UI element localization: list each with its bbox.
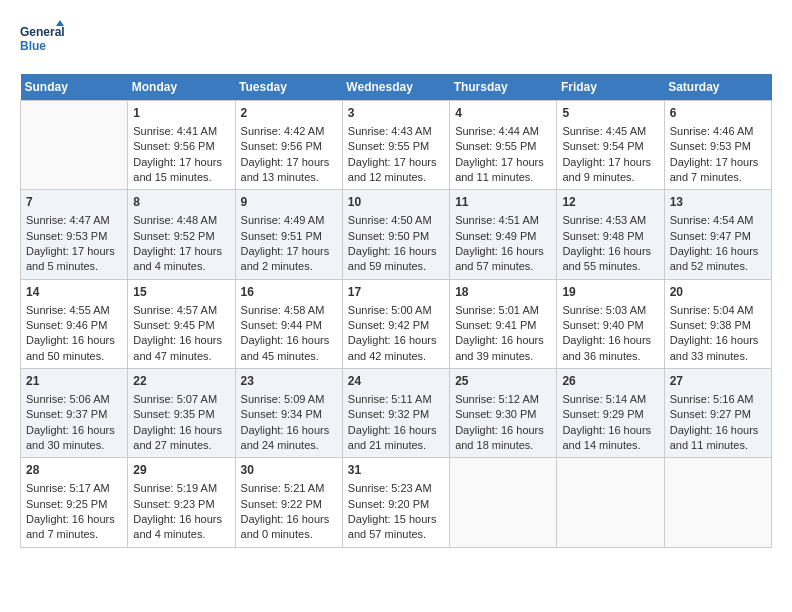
day-info: Daylight: 16 hours and 21 minutes. — [348, 423, 444, 454]
day-info: Daylight: 17 hours and 4 minutes. — [133, 244, 229, 275]
day-info: Sunrise: 5:23 AM — [348, 481, 444, 496]
calendar-cell: 28Sunrise: 5:17 AMSunset: 9:25 PMDayligh… — [21, 458, 128, 547]
day-header-monday: Monday — [128, 74, 235, 101]
calendar-cell: 30Sunrise: 5:21 AMSunset: 9:22 PMDayligh… — [235, 458, 342, 547]
day-info: Sunrise: 4:45 AM — [562, 124, 658, 139]
day-info: Daylight: 16 hours and 33 minutes. — [670, 333, 766, 364]
calendar-cell: 1Sunrise: 4:41 AMSunset: 9:56 PMDaylight… — [128, 101, 235, 190]
day-number: 4 — [455, 105, 551, 122]
day-number: 9 — [241, 194, 337, 211]
day-info: Sunrise: 5:19 AM — [133, 481, 229, 496]
day-info: Sunset: 9:25 PM — [26, 497, 122, 512]
day-number: 18 — [455, 284, 551, 301]
day-info: Daylight: 16 hours and 7 minutes. — [26, 512, 122, 543]
day-info: Sunrise: 5:09 AM — [241, 392, 337, 407]
day-info: Sunset: 9:27 PM — [670, 407, 766, 422]
calendar-cell: 9Sunrise: 4:49 AMSunset: 9:51 PMDaylight… — [235, 190, 342, 279]
day-info: Sunrise: 4:57 AM — [133, 303, 229, 318]
calendar-cell: 8Sunrise: 4:48 AMSunset: 9:52 PMDaylight… — [128, 190, 235, 279]
day-info: Daylight: 17 hours and 15 minutes. — [133, 155, 229, 186]
day-info: Sunrise: 4:58 AM — [241, 303, 337, 318]
day-info: Sunset: 9:56 PM — [241, 139, 337, 154]
day-info: Sunrise: 4:41 AM — [133, 124, 229, 139]
day-number: 27 — [670, 373, 766, 390]
calendar-cell — [21, 101, 128, 190]
calendar-cell — [450, 458, 557, 547]
day-info: Daylight: 17 hours and 11 minutes. — [455, 155, 551, 186]
day-number: 25 — [455, 373, 551, 390]
calendar-cell: 7Sunrise: 4:47 AMSunset: 9:53 PMDaylight… — [21, 190, 128, 279]
day-header-thursday: Thursday — [450, 74, 557, 101]
calendar-cell: 22Sunrise: 5:07 AMSunset: 9:35 PMDayligh… — [128, 369, 235, 458]
day-info: Sunset: 9:32 PM — [348, 407, 444, 422]
calendar-cell: 15Sunrise: 4:57 AMSunset: 9:45 PMDayligh… — [128, 279, 235, 368]
day-info: Sunrise: 5:01 AM — [455, 303, 551, 318]
day-number: 5 — [562, 105, 658, 122]
calendar-header-row: SundayMondayTuesdayWednesdayThursdayFrid… — [21, 74, 772, 101]
week-row-3: 14Sunrise: 4:55 AMSunset: 9:46 PMDayligh… — [21, 279, 772, 368]
day-number: 19 — [562, 284, 658, 301]
day-info: Daylight: 15 hours and 57 minutes. — [348, 512, 444, 543]
calendar-cell: 13Sunrise: 4:54 AMSunset: 9:47 PMDayligh… — [664, 190, 771, 279]
day-number: 16 — [241, 284, 337, 301]
day-info: Sunrise: 5:11 AM — [348, 392, 444, 407]
day-header-wednesday: Wednesday — [342, 74, 449, 101]
calendar: SundayMondayTuesdayWednesdayThursdayFrid… — [20, 74, 772, 548]
calendar-cell: 20Sunrise: 5:04 AMSunset: 9:38 PMDayligh… — [664, 279, 771, 368]
day-info: Daylight: 16 hours and 4 minutes. — [133, 512, 229, 543]
day-info: Sunrise: 5:00 AM — [348, 303, 444, 318]
day-info: Daylight: 16 hours and 45 minutes. — [241, 333, 337, 364]
day-info: Sunrise: 5:14 AM — [562, 392, 658, 407]
calendar-cell: 23Sunrise: 5:09 AMSunset: 9:34 PMDayligh… — [235, 369, 342, 458]
day-info: Sunset: 9:53 PM — [670, 139, 766, 154]
day-info: Sunset: 9:48 PM — [562, 229, 658, 244]
day-info: Daylight: 16 hours and 36 minutes. — [562, 333, 658, 364]
day-number: 15 — [133, 284, 229, 301]
day-info: Daylight: 16 hours and 57 minutes. — [455, 244, 551, 275]
day-info: Daylight: 17 hours and 12 minutes. — [348, 155, 444, 186]
day-info: Sunrise: 4:53 AM — [562, 213, 658, 228]
day-info: Sunset: 9:42 PM — [348, 318, 444, 333]
day-number: 17 — [348, 284, 444, 301]
day-info: Daylight: 16 hours and 27 minutes. — [133, 423, 229, 454]
week-row-4: 21Sunrise: 5:06 AMSunset: 9:37 PMDayligh… — [21, 369, 772, 458]
day-info: Sunset: 9:30 PM — [455, 407, 551, 422]
day-number: 22 — [133, 373, 229, 390]
day-info: Sunset: 9:38 PM — [670, 318, 766, 333]
day-number: 28 — [26, 462, 122, 479]
day-info: Sunrise: 4:43 AM — [348, 124, 444, 139]
day-info: Sunset: 9:52 PM — [133, 229, 229, 244]
calendar-cell: 10Sunrise: 4:50 AMSunset: 9:50 PMDayligh… — [342, 190, 449, 279]
day-info: Sunrise: 5:12 AM — [455, 392, 551, 407]
day-info: Daylight: 16 hours and 42 minutes. — [348, 333, 444, 364]
day-header-sunday: Sunday — [21, 74, 128, 101]
day-number: 26 — [562, 373, 658, 390]
day-number: 30 — [241, 462, 337, 479]
calendar-cell: 27Sunrise: 5:16 AMSunset: 9:27 PMDayligh… — [664, 369, 771, 458]
calendar-cell: 25Sunrise: 5:12 AMSunset: 9:30 PMDayligh… — [450, 369, 557, 458]
day-info: Sunrise: 4:51 AM — [455, 213, 551, 228]
day-number: 13 — [670, 194, 766, 211]
day-info: Sunrise: 4:50 AM — [348, 213, 444, 228]
day-info: Daylight: 16 hours and 0 minutes. — [241, 512, 337, 543]
day-info: Sunrise: 4:55 AM — [26, 303, 122, 318]
day-info: Sunset: 9:50 PM — [348, 229, 444, 244]
calendar-cell: 4Sunrise: 4:44 AMSunset: 9:55 PMDaylight… — [450, 101, 557, 190]
day-number: 3 — [348, 105, 444, 122]
header: General Blue — [20, 20, 772, 64]
calendar-cell: 16Sunrise: 4:58 AMSunset: 9:44 PMDayligh… — [235, 279, 342, 368]
day-info: Sunset: 9:23 PM — [133, 497, 229, 512]
day-info: Sunrise: 5:07 AM — [133, 392, 229, 407]
day-number: 7 — [26, 194, 122, 211]
calendar-cell: 24Sunrise: 5:11 AMSunset: 9:32 PMDayligh… — [342, 369, 449, 458]
calendar-cell: 12Sunrise: 4:53 AMSunset: 9:48 PMDayligh… — [557, 190, 664, 279]
day-info: Sunrise: 5:17 AM — [26, 481, 122, 496]
day-number: 21 — [26, 373, 122, 390]
svg-text:Blue: Blue — [20, 39, 46, 53]
logo-svg: General Blue — [20, 20, 64, 64]
day-number: 24 — [348, 373, 444, 390]
calendar-cell: 6Sunrise: 4:46 AMSunset: 9:53 PMDaylight… — [664, 101, 771, 190]
day-info: Sunset: 9:41 PM — [455, 318, 551, 333]
day-info: Sunrise: 5:16 AM — [670, 392, 766, 407]
day-info: Sunset: 9:56 PM — [133, 139, 229, 154]
